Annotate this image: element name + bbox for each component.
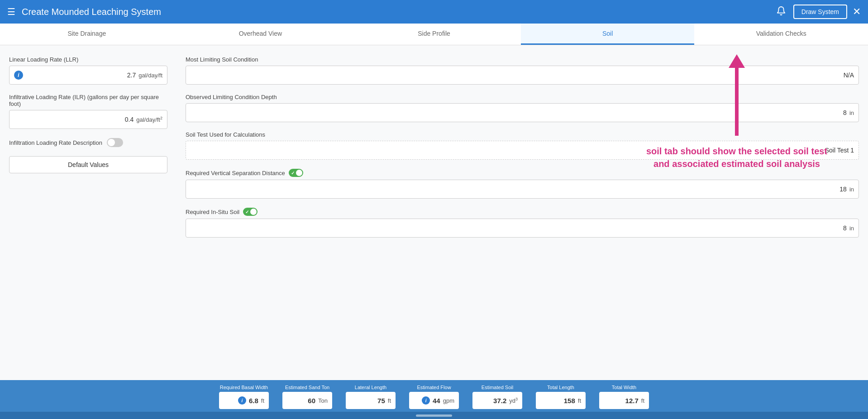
tab-soil[interactable]: Soil — [521, 24, 695, 45]
menu-icon[interactable]: ☰ — [7, 6, 15, 17]
page-title: Create Mounded Leaching System — [22, 7, 776, 17]
bottom-info-icon-required-basal-width[interactable]: i — [238, 396, 246, 405]
bottom-item-estimated-soil: Estimated Soil 37.2 yd3 — [472, 385, 522, 409]
req-in-situ-toggle[interactable]: ✓ — [243, 208, 258, 216]
req-vert-sep-input: 18 in — [186, 180, 859, 199]
req-vert-sep-label: Required Vertical Separation Distance — [186, 170, 285, 176]
left-panel: Linear Loading Rate (LLR) i 2.7 gal/day/… — [0, 45, 176, 380]
infiltration-desc-label: Infiltration Loading Rate Description — [9, 139, 102, 146]
bottom-item-lateral-length: Lateral Length 75 ft — [346, 385, 396, 409]
bottom-item-estimated-sand-ton: Estimated Sand Ton 60 Ton — [282, 385, 332, 409]
req-vert-sep-toggle[interactable]: ✓ — [289, 169, 303, 177]
bottom-item-total-width: Total Width 12.7 ft — [599, 385, 649, 409]
req-in-situ-unit: in — [849, 225, 854, 232]
bottom-num-total-width: 12.7 — [625, 397, 639, 405]
ilr-input-row: 0.4 gal/day/ft2 — [9, 110, 167, 129]
bottom-unit-total-length: ft — [578, 397, 581, 404]
bottom-unit-required-basal-width: ft — [261, 397, 264, 404]
close-button[interactable]: ✕ — [853, 6, 861, 18]
bottom-bar: Required Basal Width i 6.8 ft Estimated … — [0, 380, 868, 412]
bottom-label-required-basal-width: Required Basal Width — [219, 385, 269, 390]
bottom-num-estimated-sand-ton: 60 — [308, 397, 315, 405]
req-vert-sep-value: 18 — [191, 186, 847, 193]
bottom-bar-items: Required Basal Width i 6.8 ft Estimated … — [9, 385, 859, 409]
req-in-situ-input: 8 in — [186, 219, 859, 238]
tab-overhead-view[interactable]: Overhead View — [174, 24, 348, 45]
annotation-text: soil tab should show the selected soil t… — [642, 145, 832, 170]
llr-info-icon[interactable]: i — [14, 71, 23, 80]
bottom-num-estimated-soil: 37.2 — [493, 397, 506, 405]
req-in-situ-label-row: Required In-Situ Soil ✓ — [186, 208, 859, 216]
bottom-value-total-length: 158 ft — [536, 392, 586, 409]
tab-validation-checks[interactable]: Validation Checks — [694, 24, 868, 45]
llr-value: 2.7 — [27, 71, 136, 79]
infiltration-desc-toggle[interactable] — [107, 138, 123, 147]
bottom-num-required-basal-width: 6.8 — [249, 397, 258, 405]
bottom-label-total-width: Total Width — [599, 385, 649, 390]
bottom-unit-estimated-soil: yd3 — [509, 397, 518, 404]
bottom-value-estimated-flow: i 44 gpm — [409, 392, 459, 409]
llr-group: Linear Loading Rate (LLR) i 2.7 gal/day/… — [9, 56, 167, 85]
ilr-unit: gal/day/ft2 — [136, 116, 162, 123]
bottom-item-required-basal-width: Required Basal Width i 6.8 ft — [219, 385, 269, 409]
right-panel: Most Limiting Soil Condition N/A Observe… — [176, 45, 868, 380]
scroll-bar[interactable] — [416, 414, 452, 417]
tab-side-profile[interactable]: Side Profile — [347, 24, 521, 45]
llr-input-row: i 2.7 gal/day/ft — [9, 66, 167, 85]
bottom-label-total-length: Total Length — [536, 385, 586, 390]
bottom-value-estimated-sand-ton: 60 Ton — [282, 392, 332, 409]
tab-bar: Site Drainage Overhead View Side Profile… — [0, 24, 868, 45]
tab-site-drainage[interactable]: Site Drainage — [0, 24, 174, 45]
ilr-group: Infiltrative Loading Rate (ILR) (gallons… — [9, 94, 167, 129]
bottom-unit-lateral-length: ft — [388, 397, 391, 404]
req-vert-sep-group: Required Vertical Separation Distance ✓ … — [186, 169, 859, 199]
arrow-shaft — [735, 68, 739, 136]
bottom-label-estimated-sand-ton: Estimated Sand Ton — [282, 385, 332, 390]
ilr-label: Infiltrative Loading Rate (ILR) (gallons… — [9, 94, 167, 107]
bottom-label-lateral-length: Lateral Length — [346, 385, 396, 390]
arrow-up-icon — [729, 54, 745, 68]
scroll-indicator — [0, 412, 868, 419]
main-content: Linear Loading Rate (LLR) i 2.7 gal/day/… — [0, 45, 868, 380]
infiltration-desc-row: Infiltration Loading Rate Description — [9, 138, 167, 147]
req-in-situ-group: Required In-Situ Soil ✓ 8 in — [186, 208, 859, 238]
bottom-label-estimated-soil: Estimated Soil — [472, 385, 522, 390]
bottom-unit-total-width: ft — [641, 397, 644, 404]
annotation: soil tab should show the selected soil t… — [642, 54, 832, 170]
bottom-label-estimated-flow: Estimated Flow — [409, 385, 459, 390]
bottom-unit-estimated-flow: gpm — [443, 397, 454, 404]
ilr-value: 0.4 — [14, 116, 134, 123]
bottom-num-total-length: 158 — [564, 397, 575, 405]
bottom-item-estimated-flow: Estimated Flow i 44 gpm — [409, 385, 459, 409]
bottom-num-estimated-flow: 44 — [433, 397, 440, 405]
llr-unit: gal/day/ft — [138, 72, 162, 79]
bottom-value-total-width: 12.7 ft — [599, 392, 649, 409]
req-vert-sep-unit: in — [849, 186, 854, 193]
llr-label: Linear Loading Rate (LLR) — [9, 56, 167, 63]
bottom-item-total-length: Total Length 158 ft — [536, 385, 586, 409]
req-in-situ-label: Required In-Situ Soil — [186, 209, 239, 215]
draw-system-button[interactable]: Draw System — [793, 5, 847, 19]
bottom-info-icon-estimated-flow[interactable]: i — [422, 396, 430, 405]
bottom-value-estimated-soil: 37.2 yd3 — [472, 392, 522, 409]
bottom-unit-estimated-sand-ton: Ton — [318, 397, 328, 404]
observed-depth-unit: in — [849, 110, 854, 116]
header: ☰ Create Mounded Leaching System Draw Sy… — [0, 0, 868, 24]
bell-icon[interactable] — [776, 6, 786, 18]
default-values-button[interactable]: Default Values — [9, 156, 167, 173]
req-in-situ-value: 8 — [191, 224, 847, 232]
bottom-value-required-basal-width: i 6.8 ft — [219, 392, 269, 409]
bottom-value-lateral-length: 75 ft — [346, 392, 396, 409]
bottom-num-lateral-length: 75 — [377, 397, 385, 405]
